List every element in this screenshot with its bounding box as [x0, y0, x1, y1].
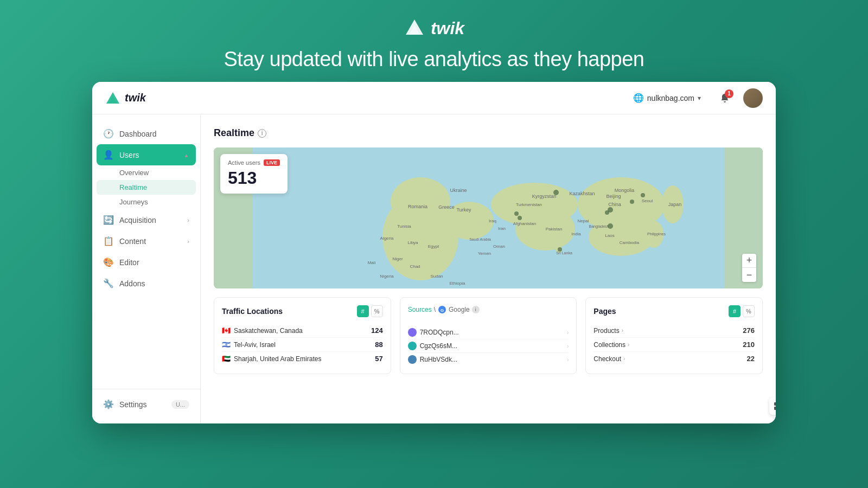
table-row: 🇮🇱 Tel-Aviv, Israel 88 — [222, 338, 383, 352]
nav-logo-icon — [105, 91, 120, 106]
page-value: 276 — [743, 326, 755, 335]
nav-right: 🌐 nulknbag.com ▾ 1 — [628, 88, 763, 108]
hero-logo-text: twik — [431, 18, 464, 38]
active-count: 513 — [228, 168, 280, 188]
realtime-label: Realtime — [119, 183, 147, 191]
sidebar-item-settings[interactable]: ⚙️ Settings U... — [92, 394, 200, 415]
source-icon — [408, 342, 417, 350]
map-zoom-controls: + − — [742, 254, 756, 282]
grid-icon — [774, 402, 776, 410]
chevron-right-icon: › — [628, 342, 629, 348]
page-row-name: Collections › — [593, 341, 629, 349]
chevron-down-icon: ▾ — [698, 94, 701, 102]
svg-text:Mali: Mali — [368, 260, 376, 265]
list-item: 7RODQcpn... › — [408, 326, 569, 339]
svg-text:Saudi Arabia: Saudi Arabia — [469, 237, 491, 241]
source-label: CgzQs6sM... — [420, 342, 457, 350]
nav-logo-text: twik — [125, 92, 146, 104]
sidebar-item-content[interactable]: 📋 Content › — [92, 230, 200, 252]
panel-actions: # % — [729, 305, 755, 317]
svg-text:Sri Lanka: Sri Lanka — [556, 251, 572, 255]
grid-expand-button[interactable] — [769, 397, 776, 415]
chevron-right-icon: › — [567, 343, 569, 349]
svg-text:Turkmenistan: Turkmenistan — [516, 202, 542, 207]
sidebar-item-dashboard[interactable]: 🕐 Dashboard — [92, 123, 200, 144]
chevron-up-icon: ▲ — [183, 152, 189, 158]
sidebar-item-acquisition[interactable]: 🔄 Acquisition › — [92, 209, 200, 230]
sidebar-sub-realtime[interactable]: Realtime — [97, 180, 196, 195]
avatar[interactable] — [743, 88, 763, 108]
svg-text:Nigeria: Nigeria — [380, 274, 394, 279]
svg-text:Pakistan: Pakistan — [546, 227, 563, 232]
pages-panel: Pages # % Products › 276 — [585, 297, 763, 374]
sidebar-item-label: Content — [119, 237, 146, 246]
location-name: Saskatchewan, Canada — [234, 327, 303, 335]
bottom-panels: Traffic Locations # % 🇨🇦 Saskatchewan, C… — [214, 297, 763, 374]
pages-title: Pages — [593, 307, 616, 316]
sidebar-item-users[interactable]: 👤 Users ▲ — [97, 144, 196, 165]
location-name: Sharjah, United Arab Emirates — [234, 355, 321, 363]
source-label: 7RODQcpn... — [420, 329, 459, 336]
svg-text:Tunisia: Tunisia — [397, 224, 411, 229]
source-icon — [408, 328, 417, 337]
info-icon[interactable]: i — [258, 129, 266, 138]
row-left: 🇨🇦 Saskatchewan, Canada — [222, 326, 303, 335]
location-value: 88 — [375, 341, 382, 349]
zoom-in-button[interactable]: + — [742, 254, 756, 268]
svg-point-56 — [630, 200, 634, 204]
svg-rect-63 — [774, 402, 776, 406]
table-row: Products › 276 — [593, 324, 755, 338]
svg-text:Oman: Oman — [493, 244, 505, 249]
svg-text:Philippines: Philippines — [647, 232, 666, 236]
panel-actions: # % — [357, 305, 383, 317]
active-users-overlay: Active users LIVE 513 — [220, 154, 288, 194]
dashboard-icon: 🕐 — [103, 129, 114, 139]
sidebar-sub-journeys[interactable]: Journeys — [92, 195, 200, 209]
hash-button[interactable]: # — [729, 305, 741, 317]
svg-text:Mongolia: Mongolia — [615, 188, 635, 193]
overview-label: Overview — [119, 169, 149, 177]
hash-button[interactable]: # — [357, 305, 369, 317]
table-row: 🇨🇦 Saskatchewan, Canada 124 — [222, 324, 383, 338]
domain-selector[interactable]: 🌐 nulknbag.com ▾ — [628, 89, 706, 106]
page-label: Products — [593, 327, 619, 335]
location-value: 124 — [371, 326, 383, 335]
flag-icon: 🇮🇱 — [222, 341, 231, 349]
svg-point-59 — [558, 247, 562, 252]
upgrade-badge: U... — [171, 400, 189, 409]
avatar-image — [743, 88, 763, 108]
zoom-out-button[interactable]: − — [742, 268, 756, 282]
sources-link[interactable]: Sources — [408, 306, 432, 313]
svg-text:Iraq: Iraq — [489, 219, 496, 223]
chevron-right-icon: › — [567, 357, 569, 363]
chevron-right-icon: › — [187, 217, 189, 223]
page-row-name: Products › — [593, 327, 623, 335]
svg-text:Romania: Romania — [408, 204, 427, 209]
svg-text:Ukraine: Ukraine — [450, 188, 467, 193]
notification-button[interactable]: 1 — [715, 88, 735, 108]
list-item: CgzQs6sM... › — [408, 339, 569, 353]
svg-text:Bangladesh: Bangladesh — [589, 224, 609, 229]
svg-text:Beijing: Beijing — [606, 194, 621, 199]
sidebar-item-addons[interactable]: 🔧 Addons — [92, 273, 200, 294]
svg-point-52 — [514, 211, 519, 216]
google-label: Google — [449, 306, 470, 313]
sidebar-sub-overview[interactable]: Overview — [92, 165, 200, 180]
notification-badge: 1 — [725, 89, 733, 98]
addons-icon: 🔧 — [103, 278, 114, 288]
sidebar-item-label: Editor — [119, 258, 139, 267]
page-value: 22 — [747, 355, 755, 363]
svg-text:Libya: Libya — [407, 240, 418, 245]
svg-text:China: China — [608, 202, 621, 207]
hero-logo: twik — [0, 17, 868, 39]
sources-panel: Sources \ G Google i 7RODQcpn... — [400, 297, 577, 374]
percent-button[interactable]: % — [371, 305, 383, 317]
svg-rect-65 — [774, 407, 776, 410]
sidebar-item-editor[interactable]: 🎨 Editor — [92, 252, 200, 273]
svg-text:Algeria: Algeria — [380, 236, 394, 241]
twik-logo-icon — [404, 17, 425, 39]
svg-text:Cambodia: Cambodia — [620, 240, 640, 245]
svg-text:Turkey: Turkey — [456, 207, 471, 213]
percent-button[interactable]: % — [743, 305, 755, 317]
table-row: 🇦🇪 Sharjah, United Arab Emirates 57 — [222, 352, 383, 365]
